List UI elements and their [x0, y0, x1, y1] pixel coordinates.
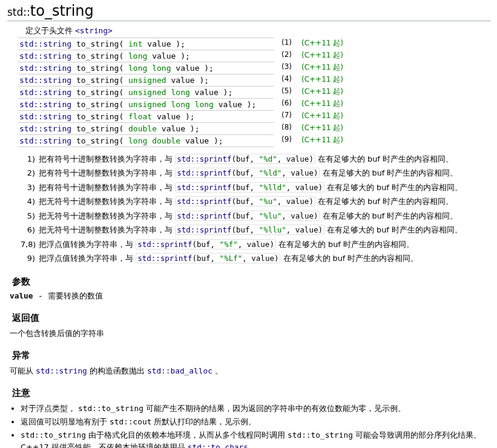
description-row: 7,8) 把浮点值转换为字符串，与 std::sprintf(buf, "%f"…: [21, 239, 491, 251]
overload-number: (8): [274, 123, 294, 135]
since-label: (C++11 起): [294, 38, 362, 50]
description-row: 4) 把无符号十进制整数转换为字符串，与 std::sprintf(buf, "…: [21, 196, 491, 208]
sprintf-code: std::sprintf(buf, "%u", value): [175, 196, 315, 206]
declaration-row: std::string to_string( long double value…: [18, 135, 362, 147]
title-namespace: std::: [7, 6, 30, 18]
link-sprintf[interactable]: std::sprintf: [137, 240, 192, 249]
signature-cell: std::string to_string( int value );: [18, 38, 274, 50]
param-desc: 需要转换的数值: [48, 291, 103, 300]
param-row: value - 需要转换的数值: [10, 291, 491, 301]
description-list: 1) 把有符号十进制整数转换为字符串，与 std::sprintf(buf, "…: [21, 153, 491, 265]
header-prefix: 定义于头文件: [25, 26, 75, 35]
since-label: (C++11 起): [294, 87, 362, 99]
link-sprintf[interactable]: std::sprintf: [137, 254, 192, 263]
description-row: 6) 把无符号十进制整数转换为字符串，与 std::sprintf(buf, "…: [21, 224, 491, 236]
description-row: 2) 把有符号十进制整数转换为字符串，与 std::sprintf(buf, "…: [21, 167, 491, 179]
notes-list: 对于浮点类型， std::to_string 可能产生不期待的结果，因为返回的字…: [21, 403, 491, 448]
since-label: (C++11 起): [294, 50, 362, 62]
signature-cell: std::string to_string( long long value )…: [18, 62, 274, 74]
link-sprintf[interactable]: std::sprintf: [177, 154, 231, 163]
section-return: 返回值: [12, 312, 491, 324]
page-title: std::to_string: [7, 2, 491, 21]
header-row: 定义于头文件 <string>: [18, 25, 362, 38]
since-label: (C++11 起): [294, 99, 362, 111]
return-text: 一个包含转换后值的字符串: [10, 328, 491, 339]
link-sprintf[interactable]: std::sprintf: [177, 211, 231, 220]
declaration-row: std::string to_string( unsigned value );…: [18, 74, 362, 87]
since-label: (C++11 起): [294, 135, 362, 147]
link-sprintf[interactable]: std::sprintf: [177, 225, 231, 234]
declaration-row: std::string to_string( long value );(2)(…: [18, 50, 362, 62]
signature-cell: std::string to_string( unsigned long val…: [18, 87, 274, 99]
overload-number: (6): [274, 99, 294, 111]
since-label: (C++11 起): [294, 74, 362, 87]
declaration-row: std::string to_string( float value );(7)…: [18, 111, 362, 123]
link-sprintf[interactable]: std::sprintf: [177, 168, 231, 177]
note-item: 返回值可以明显地有别于 std::cout 所默认打印的结果，见示例。: [21, 416, 491, 428]
overload-number: (1): [274, 38, 294, 50]
header-link[interactable]: <string>: [75, 26, 113, 35]
description-row: 3) 把有符号十进制整数转换为字符串，与 std::sprintf(buf, "…: [21, 182, 491, 194]
link-bad-alloc[interactable]: std::bad_alloc: [147, 366, 212, 375]
link-std-string[interactable]: std::string: [36, 366, 87, 375]
sprintf-code: std::sprintf(buf, "%llu", value): [175, 225, 324, 235]
sprintf-code: std::sprintf(buf, "%f", value): [136, 239, 276, 249]
signature-cell: std::string to_string( unsigned long lon…: [18, 99, 274, 111]
section-params: 参数: [12, 276, 491, 288]
declaration-row: std::string to_string( unsigned long lon…: [18, 99, 362, 111]
signature-cell: std::string to_string( unsigned value );: [18, 74, 274, 87]
declaration-table: 定义于头文件 <string> std::string to_string( i…: [18, 25, 362, 147]
declaration-row: std::string to_string( int value );(1)(C…: [18, 38, 362, 50]
sprintf-code: std::sprintf(buf, "%d", value): [175, 154, 315, 164]
overload-number: (4): [274, 74, 294, 87]
signature-cell: std::string to_string( long value );: [18, 50, 274, 62]
link-sprintf[interactable]: std::sprintf: [177, 197, 231, 206]
overload-number: (5): [274, 87, 294, 99]
exception-text: 可能从 std::string 的构造函数抛出 std::bad_alloc 。: [10, 365, 491, 377]
description-row: 9) 把浮点值转换为字符串，与 std::sprintf(buf, "%Lf",…: [21, 252, 491, 265]
overload-number: (9): [274, 135, 294, 147]
title-function: to_string: [30, 2, 94, 19]
param-dash: -: [39, 291, 42, 300]
overload-number: (2): [274, 50, 294, 62]
section-notes: 注意: [12, 387, 491, 399]
declaration-row: std::string to_string( unsigned long val…: [18, 87, 362, 99]
signature-cell: std::string to_string( double value );: [18, 123, 274, 135]
overload-number: (3): [274, 62, 294, 74]
param-name: value: [10, 291, 33, 300]
signature-cell: std::string to_string( long double value…: [18, 135, 274, 147]
sprintf-code: std::sprintf(buf, "%lu", value): [175, 211, 320, 221]
declaration-row: std::string to_string( double value );(8…: [18, 123, 362, 135]
description-row: 1) 把有符号十进制整数转换为字符串，与 std::sprintf(buf, "…: [21, 153, 491, 165]
overload-number: (7): [274, 111, 294, 123]
link-to-chars[interactable]: std::to_chars: [188, 443, 248, 448]
note-item: std::to_string 由于格式化目的依赖本地环境，从而从多个线程同时调用…: [21, 429, 491, 448]
sprintf-code: std::sprintf(buf, "%lld", value): [175, 182, 324, 193]
since-label: (C++11 起): [294, 123, 362, 135]
signature-cell: std::string to_string( float value );: [18, 111, 274, 123]
link-sprintf[interactable]: std::sprintf: [177, 183, 231, 192]
since-label: (C++11 起): [294, 62, 362, 74]
note-item: 对于浮点类型， std::to_string 可能产生不期待的结果，因为返回的字…: [21, 403, 491, 415]
since-label: (C++11 起): [294, 111, 362, 123]
sprintf-code: std::sprintf(buf, "%ld", value): [175, 168, 320, 178]
description-row: 5) 把无符号十进制整数转换为字符串，与 std::sprintf(buf, "…: [21, 210, 491, 222]
declaration-row: std::string to_string( long long value )…: [18, 62, 362, 74]
section-exceptions: 异常: [12, 350, 491, 361]
sprintf-code: std::sprintf(buf, "%Lf", value): [136, 253, 280, 263]
